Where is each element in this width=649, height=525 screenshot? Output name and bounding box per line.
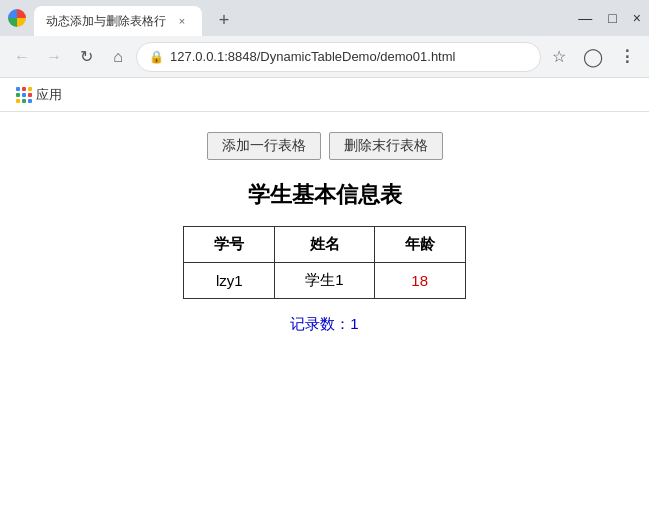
- url-bar[interactable]: 🔒 127.0.0.1:8848/DynamicTableDemo/demo01…: [136, 42, 541, 72]
- window-close-button[interactable]: ×: [633, 10, 641, 26]
- account-button[interactable]: ◯: [579, 43, 607, 71]
- title-bar: 动态添加与删除表格行 × + — □ ×: [0, 0, 649, 36]
- account-icon: ◯: [583, 46, 603, 68]
- menu-button[interactable]: ⋮: [613, 43, 641, 71]
- col-header-id: 学号: [184, 227, 275, 263]
- bookmarks-bar: 应用: [0, 78, 649, 112]
- table-row: lzy1 学生1 18: [184, 263, 465, 299]
- col-header-name: 姓名: [275, 227, 374, 263]
- url-text: 127.0.0.1:8848/DynamicTableDemo/demo01.h…: [170, 49, 528, 64]
- record-count: 记录数：1: [290, 315, 358, 334]
- forward-button[interactable]: →: [40, 43, 68, 71]
- browser-icon: [8, 9, 26, 27]
- cell-id: lzy1: [184, 263, 275, 299]
- table-title: 学生基本信息表: [248, 180, 402, 210]
- apps-label: 应用: [36, 86, 62, 104]
- new-tab-button[interactable]: +: [210, 6, 238, 34]
- bookmark-star-button[interactable]: ☆: [545, 43, 573, 71]
- back-button[interactable]: ←: [8, 43, 36, 71]
- refresh-button[interactable]: ↻: [72, 43, 100, 71]
- tab-title: 动态添加与删除表格行: [46, 13, 166, 30]
- maximize-button[interactable]: □: [608, 10, 616, 26]
- button-row: 添加一行表格 删除末行表格: [207, 132, 443, 160]
- add-row-button[interactable]: 添加一行表格: [207, 132, 321, 160]
- address-bar: ← → ↻ ⌂ 🔒 127.0.0.1:8848/DynamicTableDem…: [0, 36, 649, 78]
- refresh-icon: ↻: [80, 47, 93, 66]
- star-icon: ☆: [552, 47, 566, 66]
- tab-close-button[interactable]: ×: [174, 13, 190, 29]
- table-header-row: 学号 姓名 年龄: [184, 227, 465, 263]
- delete-row-button[interactable]: 删除末行表格: [329, 132, 443, 160]
- apps-button[interactable]: 应用: [10, 82, 68, 108]
- record-label: 记录数：: [290, 315, 350, 332]
- home-button[interactable]: ⌂: [104, 43, 132, 71]
- page-content: 添加一行表格 删除末行表格 学生基本信息表 学号 姓名 年龄 lzy1 学生1 …: [0, 112, 649, 525]
- record-number: 1: [350, 315, 358, 332]
- apps-grid-icon: [16, 87, 32, 103]
- col-header-age: 年龄: [374, 227, 465, 263]
- home-icon: ⌂: [113, 48, 123, 66]
- back-icon: ←: [14, 48, 30, 66]
- cell-name: 学生1: [275, 263, 374, 299]
- menu-icon: ⋮: [619, 47, 636, 66]
- window-controls: — □ ×: [578, 10, 641, 26]
- cell-age: 18: [374, 263, 465, 299]
- student-table: 学号 姓名 年龄 lzy1 学生1 18: [183, 226, 465, 299]
- forward-icon: →: [46, 48, 62, 66]
- minimize-button[interactable]: —: [578, 10, 592, 26]
- lock-icon: 🔒: [149, 50, 164, 64]
- address-right-controls: ☆ ◯ ⋮: [545, 43, 641, 71]
- active-tab[interactable]: 动态添加与删除表格行 ×: [34, 6, 202, 36]
